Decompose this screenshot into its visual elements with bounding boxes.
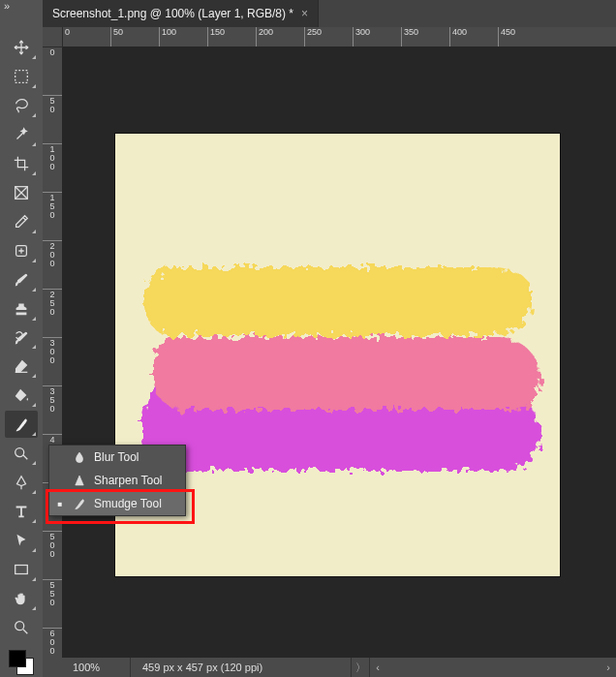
ruler-v-tick: 150 <box>43 192 62 220</box>
type-tool[interactable] <box>5 498 38 525</box>
paint-stroke-pink <box>154 337 541 410</box>
workspace[interactable] <box>62 46 616 658</box>
flyout-item-sharpen[interactable]: Sharpen Tool <box>49 469 185 492</box>
ruler-v-tick: 100 <box>43 143 62 171</box>
flyout-check: ■ <box>55 500 65 508</box>
document-info[interactable]: 459 px x 457 px (120 ppi) <box>131 658 352 677</box>
flyout-item-blur[interactable]: Blur Tool <box>49 446 185 469</box>
smudge-icon <box>73 497 86 510</box>
scroll-left-icon[interactable]: ‹ <box>370 662 385 673</box>
flyout-item-smudge[interactable]: ■ Smudge Tool <box>49 492 185 515</box>
svg-rect-4 <box>15 566 28 574</box>
clone-stamp-tool[interactable] <box>5 295 38 323</box>
flyout-label: Blur Tool <box>94 450 139 464</box>
ruler-v-tick: 600 <box>43 628 62 656</box>
paint-stroke-yellow <box>144 267 532 335</box>
toolbox <box>0 12 43 677</box>
droplet-icon <box>73 450 86 464</box>
pen-tool[interactable] <box>5 469 38 496</box>
document-tab-bar: Screenshot_1.png @ 100% (Layer 1, RGB/8)… <box>43 0 616 27</box>
crop-tool[interactable] <box>5 150 38 177</box>
svg-point-5 <box>15 622 24 631</box>
info-expand-icon[interactable]: 〉 <box>352 658 370 677</box>
document-tab[interactable]: Screenshot_1.png @ 100% (Layer 1, RGB/8)… <box>43 0 319 27</box>
ruler-h-tick: 400 <box>449 27 467 46</box>
ruler-v-tick: 500 <box>43 531 62 559</box>
ruler-v-tick: 50 <box>43 95 62 114</box>
hand-tool[interactable] <box>5 585 38 612</box>
tool-flyout: Blur Tool Sharpen Tool ■ Smudge Tool <box>48 445 186 516</box>
ruler-h-tick: 100 <box>159 27 176 46</box>
ruler-h-tick: 0 <box>62 27 70 46</box>
close-icon[interactable]: × <box>301 7 308 20</box>
paint-bucket-tool[interactable] <box>5 382 38 409</box>
ruler-h-tick: 350 <box>401 27 418 46</box>
foreground-color-swatch[interactable] <box>9 650 26 667</box>
flyout-label: Smudge Tool <box>94 497 162 510</box>
ruler-v-tick: 250 <box>43 289 62 317</box>
smudge-tool[interactable] <box>5 411 38 438</box>
dodge-tool[interactable] <box>5 440 38 467</box>
ruler-h-tick: 450 <box>498 27 515 46</box>
status-bar: 100% 459 px x 457 px (120 ppi) 〉 ‹ › <box>43 658 616 677</box>
document-tab-title: Screenshot_1.png @ 100% (Layer 1, RGB/8)… <box>52 7 293 20</box>
ruler-h-tick: 300 <box>353 27 370 46</box>
ruler-h-tick: 250 <box>304 27 322 46</box>
svg-point-3 <box>15 448 24 457</box>
healing-brush-tool[interactable] <box>5 237 38 264</box>
ruler-vertical[interactable]: 050100150200250300350400450500550600 <box>43 46 63 658</box>
flyout-label: Sharpen Tool <box>94 474 163 487</box>
color-wells[interactable] <box>7 648 36 677</box>
svg-rect-0 <box>15 71 28 83</box>
rectangle-tool[interactable] <box>5 556 38 583</box>
triangle-icon <box>73 474 86 487</box>
ruler-h-tick: 150 <box>207 27 225 46</box>
ruler-v-tick: 350 <box>43 385 62 414</box>
eyedropper-tool[interactable] <box>5 208 38 235</box>
app-root: » Screenshot_1.png @ 100% (Layer 1, RGB/… <box>0 0 616 677</box>
brush-tool[interactable] <box>5 266 38 293</box>
magic-wand-tool[interactable] <box>5 121 38 148</box>
zoom-field[interactable]: 100% <box>43 658 131 677</box>
ruler-v-tick: 300 <box>43 337 62 365</box>
move-tool[interactable] <box>5 34 38 61</box>
lasso-tool[interactable] <box>5 92 38 119</box>
scroll-right-icon[interactable]: › <box>601 662 616 673</box>
horizontal-scrollbar[interactable]: ‹ › <box>370 658 616 677</box>
frame-tool[interactable] <box>5 179 38 206</box>
options-bar-collapse[interactable]: » <box>0 0 43 12</box>
chevron-right-icon: » <box>4 0 10 12</box>
ruler-v-tick: 0 <box>43 46 62 57</box>
path-selection-tool[interactable] <box>5 527 38 554</box>
ruler-origin[interactable] <box>43 27 63 47</box>
eraser-tool[interactable] <box>5 353 38 380</box>
ruler-v-tick: 550 <box>43 579 62 607</box>
ruler-h-tick: 200 <box>256 27 273 46</box>
zoom-tool[interactable] <box>5 614 38 641</box>
ruler-h-tick: 50 <box>110 27 123 46</box>
ruler-horizontal[interactable]: 050100150200250300350400450 <box>43 27 616 47</box>
ruler-v-tick: 200 <box>43 240 62 268</box>
marquee-tool[interactable] <box>5 63 38 90</box>
history-brush-tool[interactable] <box>5 324 38 352</box>
